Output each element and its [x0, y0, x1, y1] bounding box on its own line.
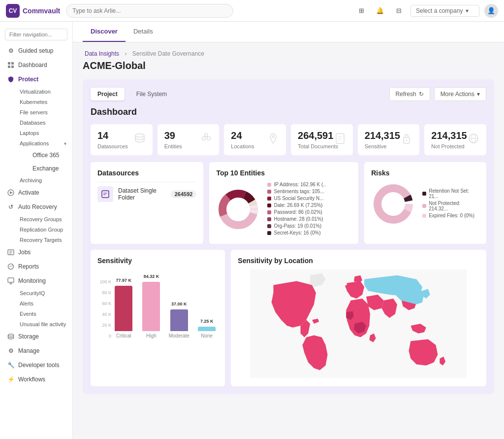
bar-critical: 77.97 K Critical	[112, 286, 135, 338]
sidebar-item-replication-group[interactable]: Replication Group	[16, 225, 70, 235]
breadcrumb-current: Sensitive Date Governance	[132, 50, 204, 57]
apps-icon[interactable]: ⊟	[392, 4, 406, 18]
legend-dot	[422, 192, 426, 196]
sidebar-item-jobs[interactable]: Jobs	[2, 245, 70, 259]
sensitivity-panel: Sensitivity 100 K 80 K 60 K 40 K 20 K 0	[91, 250, 225, 386]
panel-title: Dashboard	[91, 107, 486, 117]
refresh-button[interactable]: Refresh ↻	[389, 87, 430, 101]
sidebar-item-label: Recovery Targets	[20, 237, 62, 243]
breadcrumb-parent[interactable]: Data Insights	[85, 50, 119, 57]
legend-label: Date: 26.69 K (7.25%)	[274, 203, 322, 208]
legend-label: Sentiments tags: 105...	[274, 189, 324, 194]
sidebar-item-kubernetes[interactable]: Kubernetes	[16, 97, 70, 107]
legend-label: US Social Security N...	[274, 196, 323, 201]
y-axis-labels: 100 K 80 K 60 K 40 K 20 K 0	[97, 279, 111, 338]
sidebar-item-label: Activate	[18, 189, 39, 196]
sidebar-item-activate[interactable]: Activate	[2, 186, 70, 200]
sidebar-item-reports[interactable]: Reports	[2, 260, 70, 273]
sidebar-item-monitoring[interactable]: Monitoring	[2, 274, 70, 288]
sidebar-item-archiving[interactable]: Archiving	[16, 175, 70, 185]
sidebar-item-developer-tools[interactable]: 🔧 Developer tools	[2, 358, 70, 372]
logo: CV Commvault	[6, 4, 60, 18]
risks-legend-item-2: Expired Files: 0 (0%)	[422, 213, 479, 218]
bar-val-none: 7.25 K	[200, 319, 214, 324]
top-navigation: CV Commvault ⊞ 🔔 ⊟ Select a company ▾ 👤	[0, 0, 504, 22]
world-map	[238, 270, 479, 378]
svg-point-16	[202, 136, 206, 140]
sidebar-item-label: Manage	[18, 347, 39, 354]
bar-val-high: 84.32 K	[144, 274, 159, 279]
sidebar-item-label: Virtualization	[20, 89, 51, 95]
sidebar-item-databases[interactable]: Databases	[16, 118, 70, 128]
legend-item-2: US Social Security N...	[267, 196, 351, 201]
sidebar-item-label: Dashboard	[18, 62, 47, 68]
stat-card-datasources: 14 Datasources	[91, 124, 153, 155]
sidebar-item-alerts[interactable]: Alerts	[16, 299, 70, 308]
tab-discover[interactable]: Discover	[83, 22, 126, 42]
sidebar-item-protect[interactable]: Protect	[2, 72, 70, 86]
sidebar-item-virtualization[interactable]: Virtualization	[16, 87, 70, 97]
datasource-icon	[97, 186, 113, 202]
sidebar-filter-container	[0, 26, 72, 43]
page-content: Data Insights › Sensitive Date Governanc…	[73, 42, 504, 402]
sidebar-item-applications[interactable]: Applications ▾	[16, 138, 70, 148]
bell-icon[interactable]: 🔔	[373, 4, 387, 18]
sidebar-item-securityiq[interactable]: SecurityIQ	[16, 288, 70, 298]
bar-val-critical: 77.97 K	[116, 278, 131, 283]
legend-dot	[267, 224, 271, 228]
breadcrumb-separator: ›	[125, 50, 128, 57]
tab-details[interactable]: Details	[126, 22, 161, 42]
sidebar-item-manage[interactable]: ⚙ Manage	[2, 344, 70, 358]
top10-legend: IP Address: 162.96 K (.. Sentiments tags…	[267, 182, 351, 237]
bar-label-high: High	[146, 333, 157, 338]
bar-high: 84.32 K High	[140, 282, 162, 338]
user-avatar[interactable]: 👤	[484, 4, 498, 18]
grid-icon[interactable]: ⊞	[354, 4, 368, 18]
location-icon	[266, 132, 280, 148]
sidebar-item-events[interactable]: Events	[16, 309, 70, 319]
sidebar-filter-input[interactable]	[5, 29, 67, 40]
legend-dot	[267, 190, 271, 194]
sidebar-item-storage[interactable]: Storage	[2, 330, 70, 343]
sidebar-item-exchange[interactable]: Exchange	[28, 162, 70, 175]
sidebar-item-file-servers[interactable]: File servers	[16, 107, 70, 117]
top10-donut-chart	[216, 187, 260, 232]
sidebar-item-label: Archiving	[20, 177, 42, 183]
sidebar-item-label: Office 365	[32, 152, 59, 159]
legend-item-4: Password: 86 (0.02%)	[267, 209, 351, 215]
sidebar-item-label: Auto Recovery	[18, 203, 57, 210]
company-selector[interactable]: Select a company ▾	[410, 5, 479, 17]
chevron-down-icon: ▾	[477, 91, 480, 98]
risks-title: Risks	[371, 169, 479, 177]
sidebar-item-auto-recovery[interactable]: ↺ Auto Recovery	[2, 200, 70, 214]
sidebar-item-dashboard[interactable]: Dashboard	[2, 58, 70, 72]
sidebar-item-guided-setup[interactable]: ⚙ Guided setup	[2, 44, 70, 58]
datasources-title: Datasources	[97, 169, 196, 177]
content-tabs: Discover Details	[73, 22, 504, 42]
sidebar-item-label: Events	[20, 311, 36, 317]
datasource-count: 264592	[171, 190, 197, 198]
stat-card-sensitive: 214,315 Sensitive	[358, 124, 420, 155]
sidebar-item-laptops[interactable]: Laptops	[16, 128, 70, 138]
legend-label: IP Address: 162.96 K (..	[274, 182, 325, 187]
sidebar-item-workflows[interactable]: ⚡ Workflows	[2, 372, 70, 386]
panel-tab-file-system[interactable]: File System	[129, 88, 174, 101]
legend-item-6: Org-Pass: 19 (0.01%)	[267, 223, 351, 229]
sidebar-item-recovery-targets[interactable]: Recovery Targets	[16, 235, 70, 245]
bar-body-moderate: 37.00 K	[170, 309, 188, 331]
more-actions-button[interactable]: More Actions ▾	[434, 87, 486, 101]
sidebar-item-recovery-groups[interactable]: Recovery Groups	[16, 214, 70, 224]
svg-point-17	[207, 136, 211, 140]
sensitivity-map-title: Sensitivity by Location	[238, 257, 479, 265]
search-input[interactable]	[66, 4, 233, 18]
legend-label: Not Protected: 214.32...	[429, 201, 479, 211]
sidebar-item-office365[interactable]: Office 365	[28, 149, 70, 162]
sidebar-item-unusual-file-activity[interactable]: Unusual file activity	[16, 319, 70, 329]
datasource-name: Dataset Single Folder	[118, 187, 166, 201]
panel-tab-project[interactable]: Project	[91, 88, 125, 101]
legend-label: Password: 86 (0.02%)	[274, 209, 322, 215]
svg-rect-2	[8, 66, 10, 68]
risks-donut-area: Retention Not Set: 21... Not Protected: …	[371, 182, 479, 226]
chevron-down-icon: ▾	[466, 7, 469, 14]
legend-item-5: Hostname: 28 (0.01%)	[267, 216, 351, 222]
